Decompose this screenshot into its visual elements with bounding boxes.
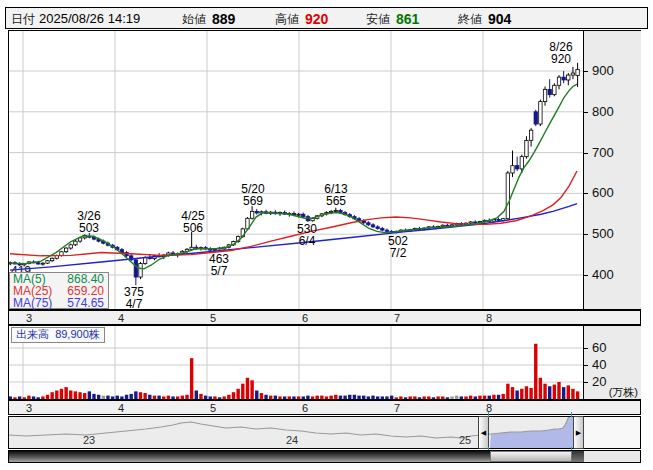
volume-bar [520, 389, 523, 399]
volume-bar [32, 396, 35, 399]
volume-bar [329, 396, 332, 399]
candle [525, 140, 528, 156]
volume-bar [534, 344, 537, 399]
annotation: 6/13565 [324, 182, 348, 208]
volume-bar [413, 396, 416, 399]
volume-bar [464, 396, 467, 399]
volume-bar [176, 396, 179, 399]
volume-bar [399, 396, 402, 399]
range-navigator[interactable]: ◀ ▶ 232425 [8, 416, 641, 449]
high-value: 920 [305, 11, 328, 27]
volume-bar [50, 392, 53, 399]
candle [339, 211, 342, 213]
volume-bar [376, 396, 379, 399]
volume-bar [120, 396, 123, 399]
range-handle-right[interactable]: ▶ [573, 416, 584, 449]
volume-bar [171, 396, 174, 399]
volume-bar [469, 396, 472, 399]
price-tick [584, 153, 588, 154]
candle [213, 249, 216, 250]
volume-bar [9, 396, 12, 399]
volume-bar [27, 396, 30, 399]
volume-label: 出来高 [16, 328, 49, 340]
volume-bar [553, 385, 556, 399]
volume-bar [450, 396, 453, 399]
candle [255, 211, 258, 213]
volume-bar [357, 396, 360, 399]
volume-bar [320, 396, 323, 399]
volume-bar [390, 396, 393, 399]
price-plot-area: 4198/269203/265034/255065/205696/1356553… [9, 31, 584, 309]
range-handle-left[interactable]: ◀ [478, 416, 489, 449]
volume-bar [223, 396, 226, 399]
volume-bar [492, 395, 495, 399]
volume-bar [111, 396, 114, 399]
scrollbar-end-block [572, 451, 584, 462]
volume-tick-label: 20 [592, 374, 606, 389]
volume-bar [60, 389, 63, 399]
volume-bar [232, 392, 235, 399]
volume-axis: 604020(万株) [584, 326, 641, 399]
volume-bar [116, 396, 119, 399]
volume-bar [381, 396, 384, 399]
volume-bar [92, 394, 95, 399]
volume-bar [529, 388, 532, 399]
price-tick [584, 234, 588, 235]
volume-bar [13, 397, 16, 399]
candle [520, 157, 523, 169]
volume-bar [18, 396, 21, 399]
annotation: 3/26503 [77, 209, 101, 235]
volume-bar [167, 396, 170, 399]
high-label: 高値 [275, 11, 299, 28]
month-label: 4 [118, 402, 124, 414]
candle [548, 89, 551, 94]
low-label: 安値 [366, 11, 390, 28]
candle [571, 73, 574, 75]
volume-bar [41, 396, 44, 399]
volume-bar [455, 396, 458, 399]
annotation: 5/20569 [241, 182, 265, 208]
volume-bar [385, 396, 388, 399]
month-label: 8 [486, 312, 492, 324]
scrollbar[interactable] [8, 450, 641, 463]
volume-bar [567, 385, 570, 399]
volume-tick-label: 60 [592, 340, 606, 355]
volume-bar [348, 395, 351, 399]
volume-bar [153, 396, 156, 399]
volume-bar [436, 396, 439, 399]
scrollbar-thumb[interactable] [490, 451, 572, 462]
volume-bar [204, 396, 207, 399]
candle [441, 225, 444, 226]
month-label: 6 [302, 312, 308, 324]
selection-tick [488, 412, 489, 417]
ma75-legend-row: MA(75) 574.65 [10, 297, 108, 309]
candle [567, 75, 570, 80]
volume-bar [264, 395, 267, 399]
volume-bar [83, 393, 86, 399]
navigator-future-area [584, 417, 640, 448]
volume-bar [130, 394, 133, 399]
price-chart-panel: 4198/269203/265034/255065/205696/1356553… [8, 30, 641, 310]
month-label: 8 [486, 402, 492, 414]
month-label: 7 [394, 312, 400, 324]
volume-bar [297, 396, 300, 399]
volume-bar [181, 396, 184, 399]
volume-bar [139, 392, 142, 399]
month-label: 7 [394, 402, 400, 414]
volume-value: 89,900株 [55, 328, 100, 340]
volume-bar [246, 378, 249, 399]
candle [64, 248, 67, 252]
month-label: 5 [210, 402, 216, 414]
volume-tick-label: 40 [592, 357, 606, 372]
candle [376, 227, 379, 229]
volume-bar [209, 396, 212, 399]
price-tick-label: 400 [592, 267, 614, 282]
volume-bar [88, 391, 91, 399]
candle [385, 230, 388, 231]
price-chart-canvas: 4198/269203/265034/255065/205696/1356553… [9, 31, 583, 309]
volume-bar [316, 396, 319, 399]
volume-bar [69, 391, 72, 400]
candle [381, 228, 384, 230]
volume-bar [525, 386, 528, 399]
date-value: 2025/08/26 14:19 [39, 11, 140, 26]
